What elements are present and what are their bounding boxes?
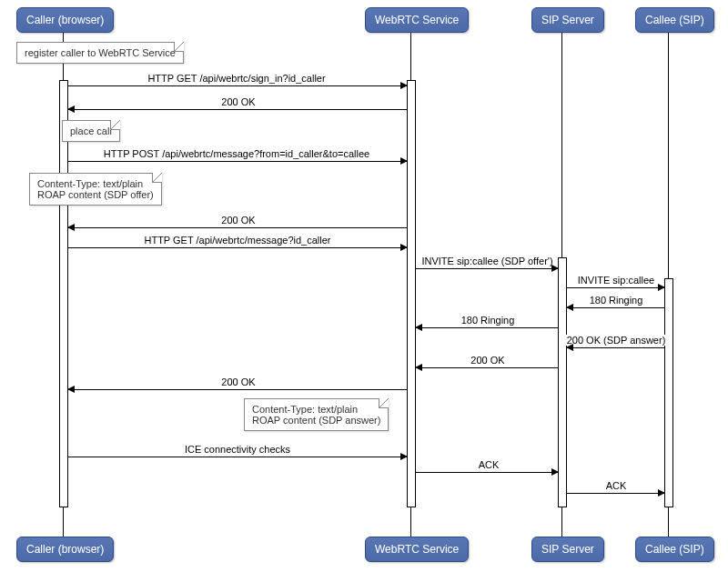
msg-label: INVITE sip:callee — [572, 275, 660, 286]
note-text: place call — [70, 125, 112, 136]
arrow-ok3 — [416, 367, 558, 368]
arrow-invite2 — [567, 287, 664, 288]
msg-label: 180 Ringing — [459, 315, 517, 326]
participant-label: Callee (SIP) — [645, 14, 704, 26]
participant-label: SIP Server — [541, 543, 594, 556]
msg-label: ACK — [605, 480, 627, 491]
note-answer-body: Content-Type: text/plain ROAP content (S… — [244, 398, 389, 431]
arrow-ok2 — [68, 227, 407, 228]
msg-label: 200 OK (SDP answer) — [565, 335, 667, 346]
arrow-ringing1 — [567, 307, 664, 308]
arrow-sign-in — [68, 85, 407, 86]
participant-caller-bottom: Caller (browser) — [16, 537, 114, 562]
participant-webrtc-bottom: WebRTC Service — [365, 537, 469, 562]
note-text: register caller to WebRTC Service — [25, 47, 176, 58]
note-place-call: place call — [62, 120, 120, 142]
arrow-ok-answer — [567, 347, 664, 348]
arrow-ok1 — [68, 109, 407, 110]
note-line: Content-Type: text/plain — [37, 178, 154, 189]
note-register: register caller to WebRTC Service — [16, 42, 184, 64]
participant-sip-bottom: SIP Server — [531, 537, 604, 562]
msg-label: HTTP GET /api/webrtc/message?id_caller — [136, 235, 339, 246]
arrow-ack2 — [567, 493, 664, 494]
participant-label: SIP Server — [541, 14, 594, 26]
note-line: ROAP content (SDP answer) — [252, 415, 380, 426]
participant-caller-top: Caller (browser) — [16, 7, 114, 33]
activation-caller — [59, 80, 68, 507]
msg-label: ACK — [478, 459, 500, 470]
arrow-ringing2 — [416, 327, 558, 328]
msg-label: 200 OK — [218, 96, 258, 107]
participant-callee-top: Callee (SIP) — [635, 7, 714, 33]
activation-webrtc — [407, 80, 416, 507]
msg-label: 180 Ringing — [587, 295, 645, 306]
msg-label: 200 OK — [218, 376, 258, 387]
msg-label: INVITE sip:callee (SDP offer') — [419, 256, 556, 266]
participant-label: WebRTC Service — [375, 543, 459, 556]
msg-label: HTTP GET /api/webrtc/sign_in?id_caller — [134, 73, 339, 84]
participant-label: Caller (browser) — [26, 543, 104, 556]
participant-label: WebRTC Service — [375, 14, 459, 26]
participant-label: Caller (browser) — [26, 14, 104, 26]
participant-callee-bottom: Callee (SIP) — [635, 537, 714, 562]
note-offer-body: Content-Type: text/plain ROAP content (S… — [29, 173, 162, 206]
activation-callee — [664, 278, 673, 507]
arrow-ice — [68, 457, 407, 457]
msg-label: 200 OK — [218, 215, 258, 226]
participant-label: Callee (SIP) — [645, 543, 704, 556]
arrow-ok4 — [68, 389, 407, 390]
note-line: ROAP content (SDP offer) — [37, 189, 154, 200]
msg-label: 200 OK — [468, 355, 508, 366]
msg-label: ICE connectivity checks — [177, 444, 298, 455]
activation-sip — [558, 257, 567, 507]
arrow-post — [68, 161, 407, 162]
msg-label: HTTP POST /api/webrtc/message?from=id_ca… — [93, 148, 380, 159]
arrow-ack1 — [416, 472, 558, 473]
arrow-invite1 — [416, 268, 558, 269]
participant-sip-top: SIP Server — [531, 7, 604, 33]
arrow-get-msg — [68, 247, 407, 248]
note-line: Content-Type: text/plain — [252, 404, 380, 415]
participant-webrtc-top: WebRTC Service — [365, 7, 469, 33]
